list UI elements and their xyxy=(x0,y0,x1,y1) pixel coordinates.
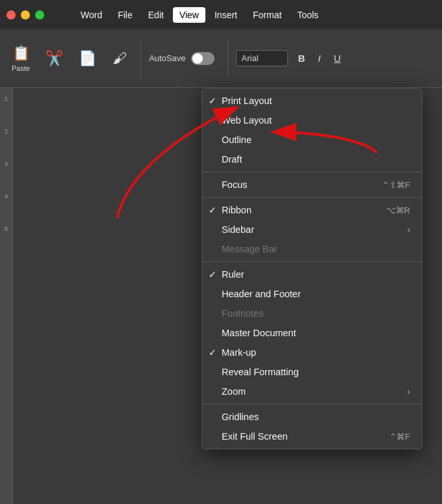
menu-file[interactable]: File xyxy=(111,7,139,23)
menu-word[interactable]: Word xyxy=(74,7,109,23)
paste-button[interactable]: 📋 Paste xyxy=(6,42,35,75)
close-button[interactable] xyxy=(6,10,16,20)
font-name-input[interactable] xyxy=(236,50,288,66)
separator-1 xyxy=(202,172,422,172)
traffic-lights xyxy=(6,10,44,20)
menu-item-gridlines[interactable]: Gridlines xyxy=(202,407,422,427)
sidebar-arrow-icon: › xyxy=(407,224,410,235)
underline-button[interactable]: U xyxy=(329,50,346,66)
menu-item-zoom[interactable]: Zoom › xyxy=(202,382,422,401)
zoom-arrow-icon: › xyxy=(407,386,410,397)
format-painter-icon: 🖌 xyxy=(112,50,127,67)
italic-button[interactable]: I xyxy=(313,50,326,66)
toolbar: 📋 Paste ✂️ 📄 🖌 AutoSave B I U xyxy=(0,29,442,88)
copy-button[interactable]: 📄 xyxy=(73,47,101,70)
vertical-ruler: 1 2 3 4 5 xyxy=(0,88,13,504)
apple-menu[interactable] xyxy=(53,0,72,29)
menu-item-draft[interactable]: Draft xyxy=(202,150,422,169)
document-area: 1 2 3 4 5 Print Layout Web Layout Outlin… xyxy=(0,88,442,504)
separator-2 xyxy=(202,197,422,198)
ribbon-shortcut: ⌥⌘R xyxy=(373,206,410,215)
menu-item-web-layout[interactable]: Web Layout xyxy=(202,111,422,130)
menu-view[interactable]: View xyxy=(173,7,205,23)
ruler-mark-2: 2 xyxy=(0,127,12,159)
menu-item-message-bar: Message Bar xyxy=(202,239,422,259)
separator-3 xyxy=(202,261,422,262)
format-buttons: B I U xyxy=(293,50,346,66)
ruler-mark-1: 1 xyxy=(0,94,12,127)
menu-item-master-document[interactable]: Master Document xyxy=(202,323,422,343)
menu-item-footnotes: Footnotes xyxy=(202,304,422,323)
ruler-mark-3: 3 xyxy=(0,159,12,192)
menu-item-outline[interactable]: Outline xyxy=(202,130,422,150)
menu-item-ruler[interactable]: Ruler xyxy=(202,265,422,284)
menu-item-header-footer[interactable]: Header and Footer xyxy=(202,284,422,304)
menu-edit[interactable]: Edit xyxy=(142,7,170,23)
focus-shortcut: ⌃⇧⌘F xyxy=(369,180,410,190)
toolbar-divider-2 xyxy=(228,39,228,78)
zoom-button[interactable] xyxy=(35,10,44,20)
autosave-toggle[interactable] xyxy=(191,52,214,65)
menu-item-focus[interactable]: Focus ⌃⇧⌘F xyxy=(202,175,422,194)
menu-item-markup[interactable]: Mark-up xyxy=(202,343,422,362)
menu-item-ribbon[interactable]: Ribbon ⌥⌘R xyxy=(202,200,422,220)
menu-tools[interactable]: Tools xyxy=(291,7,325,23)
paste-label: Paste xyxy=(12,64,30,72)
cut-icon: ✂️ xyxy=(46,50,63,67)
copy-icon: 📄 xyxy=(79,50,96,67)
autosave-area: AutoSave xyxy=(149,52,214,65)
autosave-label: AutoSave xyxy=(149,53,185,63)
menu-item-print-layout[interactable]: Print Layout xyxy=(202,91,422,111)
paste-icon: 📋 xyxy=(12,45,30,62)
bold-button[interactable]: B xyxy=(293,50,311,66)
minimize-button[interactable] xyxy=(21,10,30,20)
view-dropdown-menu: Print Layout Web Layout Outline Draft Fo… xyxy=(202,88,422,449)
menu-item-sidebar[interactable]: Sidebar › xyxy=(202,220,422,239)
menu-insert[interactable]: Insert xyxy=(208,7,244,23)
separator-4 xyxy=(202,404,422,405)
ruler-mark-4: 4 xyxy=(0,192,12,224)
menu-item-exit-full-screen[interactable]: Exit Full Screen ⌃⌘F xyxy=(202,427,422,446)
menu-format[interactable]: Format xyxy=(246,7,288,23)
menu-bar: Word File Edit View Insert Format Tools xyxy=(0,0,442,29)
toolbar-divider-1 xyxy=(140,39,141,78)
ruler-mark-5: 5 xyxy=(0,224,12,257)
exit-full-screen-shortcut: ⌃⌘F xyxy=(376,432,410,442)
cut-button[interactable]: ✂️ xyxy=(40,47,68,70)
menu-item-reveal-formatting[interactable]: Reveal Formatting xyxy=(202,362,422,382)
format-painter-button[interactable]: 🖌 xyxy=(107,47,133,70)
